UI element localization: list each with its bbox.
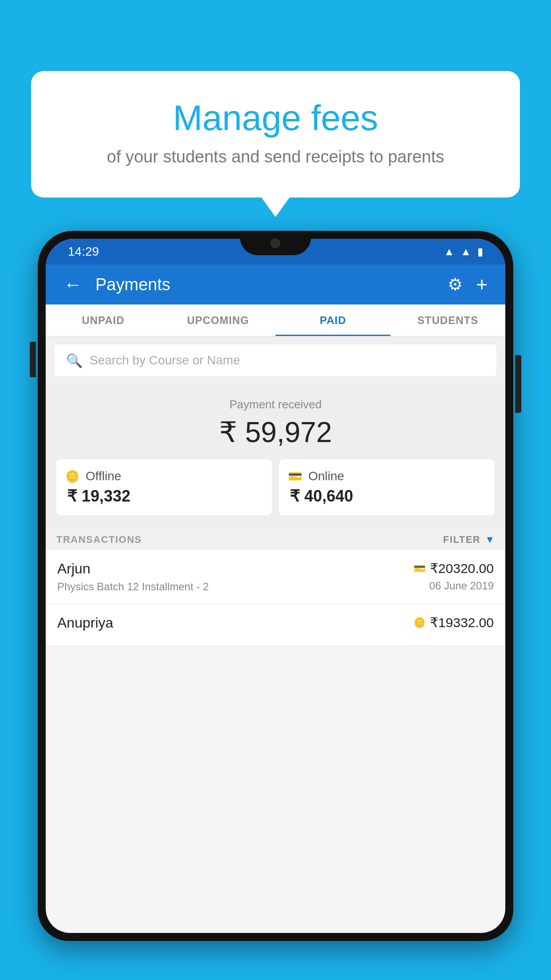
tab-upcoming[interactable]: UPCOMING xyxy=(161,304,276,336)
gear-icon[interactable]: ⚙ xyxy=(448,275,463,294)
offline-amount: ₹ 19,332 xyxy=(65,487,130,506)
transaction-amount: ₹19332.00 xyxy=(430,615,494,630)
online-amount: ₹ 40,640 xyxy=(288,487,353,506)
status-time: 14:29 xyxy=(68,245,99,259)
payment-cards: 🪙 Offline ₹ 19,332 💳 Online ₹ 40,640 xyxy=(56,459,495,515)
transaction-right: 💳 ₹20320.00 06 June 2019 xyxy=(413,561,494,592)
payment-amount: ₹ 59,972 xyxy=(55,416,496,449)
payment-label: Payment received xyxy=(55,398,496,411)
tab-unpaid[interactable]: UNPAID xyxy=(46,304,161,336)
speech-bubble-container: Manage fees of your students and send re… xyxy=(31,71,520,198)
camera xyxy=(271,238,280,248)
transaction-name: Arjun xyxy=(57,561,413,577)
header-title: Payments xyxy=(95,275,448,294)
bubble-subtitle: of your students and send receipts to pa… xyxy=(67,147,484,166)
search-icon: 🔍 xyxy=(66,353,83,368)
transaction-left: Arjun Physics Batch 12 Installment - 2 xyxy=(57,561,413,593)
content-area: 🔍 Search by Course or Name Payment recei… xyxy=(46,336,505,646)
offline-icon: 🪙 xyxy=(65,470,79,483)
search-bar[interactable]: 🔍 Search by Course or Name xyxy=(55,344,496,376)
offline-card: 🪙 Offline ₹ 19,332 xyxy=(56,459,272,515)
tabs-bar: UNPAID UPCOMING PAID STUDENTS xyxy=(46,304,505,336)
transaction-amount: ₹20320.00 xyxy=(430,561,494,576)
offline-label: Offline xyxy=(86,469,121,483)
payment-summary: Payment received ₹ 59,972 🪙 Offline ₹ 19… xyxy=(46,384,505,524)
transaction-left: Anupriya xyxy=(57,615,413,635)
transaction-course: Physics Batch 12 Installment - 2 xyxy=(57,581,413,593)
filter-label: FILTER xyxy=(443,534,480,545)
transactions-label: TRANSACTIONS xyxy=(56,534,142,545)
online-card: 💳 Online ₹ 40,640 xyxy=(279,459,495,515)
app-header: ← Payments ⚙ + xyxy=(46,265,505,304)
filter-icon: ▼ xyxy=(485,534,495,545)
offline-card-header: 🪙 Offline xyxy=(65,469,121,483)
battery-icon: ▮ xyxy=(477,245,483,258)
transaction-name: Anupriya xyxy=(57,615,413,631)
online-label: Online xyxy=(308,469,344,483)
transactions-header: TRANSACTIONS FILTER ▼ xyxy=(46,524,505,550)
back-button[interactable]: ← xyxy=(63,274,82,295)
wifi-icon: ▲ xyxy=(444,245,454,258)
add-button[interactable]: + xyxy=(476,273,488,296)
table-row[interactable]: Arjun Physics Batch 12 Installment - 2 💳… xyxy=(46,550,505,604)
speech-bubble: Manage fees of your students and send re… xyxy=(31,71,520,198)
phone-screen: 14:29 ▲ ▲ ▮ ← Payments ⚙ + UNPAID xyxy=(46,239,505,933)
transaction-date: 06 June 2019 xyxy=(429,580,494,592)
online-icon: 💳 xyxy=(288,470,302,483)
signal-icon: ▲ xyxy=(460,245,471,258)
tab-students[interactable]: STUDENTS xyxy=(390,304,505,336)
online-card-header: 💳 Online xyxy=(288,469,344,483)
transaction-amount-row: 🪙 ₹19332.00 xyxy=(413,615,494,630)
bubble-title: Manage fees xyxy=(67,98,484,138)
search-input[interactable]: Search by Course or Name xyxy=(90,353,240,368)
transaction-right: 🪙 ₹19332.00 xyxy=(413,615,494,634)
online-payment-icon: 💳 xyxy=(413,563,425,574)
phone-notch xyxy=(240,231,311,255)
table-row[interactable]: Anupriya 🪙 ₹19332.00 xyxy=(46,604,505,646)
filter-wrap[interactable]: FILTER ▼ xyxy=(443,534,495,545)
tab-paid[interactable]: PAID xyxy=(276,304,390,336)
phone-container: 14:29 ▲ ▲ ▮ ← Payments ⚙ + UNPAID xyxy=(38,231,513,980)
phone-outer: 14:29 ▲ ▲ ▮ ← Payments ⚙ + UNPAID xyxy=(38,231,513,941)
status-icons: ▲ ▲ ▮ xyxy=(444,245,483,258)
offline-payment-icon: 🪙 xyxy=(413,617,425,628)
transaction-amount-row: 💳 ₹20320.00 xyxy=(413,561,494,576)
transaction-list: Arjun Physics Batch 12 Installment - 2 💳… xyxy=(46,550,505,646)
